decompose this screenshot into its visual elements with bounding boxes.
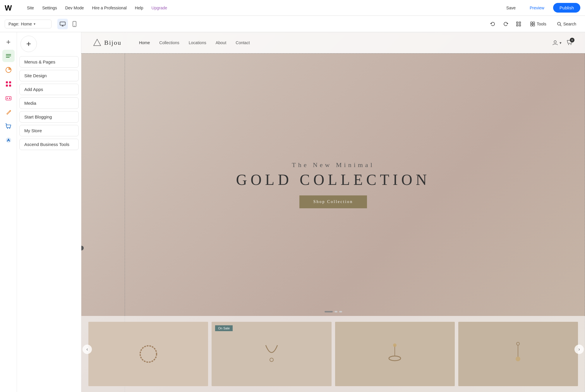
svg-point-5 [74, 25, 75, 26]
preview-nav-locations[interactable]: Locations [189, 40, 206, 45]
preview-button[interactable]: Preview [524, 4, 550, 12]
nav-dev-mode[interactable]: Dev Mode [62, 4, 88, 12]
pages-icon [5, 53, 12, 59]
svg-point-39 [517, 342, 519, 345]
ascend-icon [5, 137, 12, 143]
svg-point-31 [554, 41, 556, 43]
page-label: Page: [8, 22, 19, 26]
sidebar-store-button[interactable] [2, 120, 15, 132]
dot-inactive [334, 311, 337, 312]
search-label: Search [563, 22, 576, 26]
zoom-button[interactable] [513, 19, 524, 29]
zoom-icon [516, 21, 521, 27]
svg-rect-20 [6, 81, 8, 83]
tools-icon [530, 22, 535, 26]
svg-rect-8 [517, 25, 518, 26]
secondbar: Page: Home ▾ [0, 16, 585, 32]
preview-nav-home[interactable]: Home [139, 40, 150, 45]
nav-help[interactable]: Help [131, 4, 147, 12]
sidebar-apps-button[interactable] [2, 78, 15, 90]
media-icon [5, 95, 12, 101]
carousel-prev-button[interactable]: ‹ [83, 345, 92, 354]
product-card-3[interactable] [335, 322, 455, 386]
shop-collection-button[interactable]: Shop Collection [299, 195, 367, 208]
device-buttons [57, 19, 80, 29]
undo-icon [490, 21, 495, 27]
svg-rect-1 [60, 22, 65, 25]
svg-point-38 [393, 343, 397, 347]
svg-point-32 [568, 44, 569, 45]
site-design-item[interactable]: Site Design [19, 70, 79, 81]
sidebar-ascend-button[interactable] [2, 134, 15, 146]
svg-rect-7 [519, 22, 521, 23]
desktop-icon [60, 22, 66, 26]
store-icon [5, 123, 12, 129]
search-icon [557, 22, 562, 26]
media-item[interactable]: Media [19, 97, 79, 109]
redo-button[interactable] [500, 19, 511, 29]
preview-hero: The New Minimal GOLD COLLECTION Shop Col… [81, 32, 585, 316]
nav-settings[interactable]: Settings [39, 4, 61, 12]
add-icon: + [26, 39, 31, 49]
svg-rect-21 [9, 81, 11, 83]
redo-icon [503, 21, 508, 27]
user-icon[interactable]: ▾ [552, 39, 562, 46]
svg-point-41 [516, 357, 520, 361]
preview-nav-contact[interactable]: Contact [236, 40, 250, 45]
add-button[interactable]: + [20, 36, 37, 52]
topbar-nav: Site Settings Dev Mode Hire a Profession… [23, 4, 501, 12]
svg-point-28 [6, 137, 11, 143]
sidebar-media-button[interactable] [2, 92, 15, 104]
sidebar-design-button[interactable] [2, 64, 15, 76]
svg-rect-10 [531, 22, 532, 24]
nav-hire[interactable]: Hire a Professional [89, 4, 130, 12]
menus-pages-item[interactable]: Menus & Pages [19, 56, 79, 68]
svg-rect-9 [519, 25, 521, 26]
undo-button[interactable] [488, 19, 498, 29]
svg-rect-12 [531, 24, 532, 26]
nav-upgrade[interactable]: Upgrade [148, 4, 171, 12]
page-selector[interactable]: Page: Home ▾ [5, 20, 52, 28]
svg-rect-23 [9, 85, 11, 87]
desktop-view-button[interactable] [57, 19, 68, 29]
sidebar-blog-button[interactable] [2, 106, 15, 118]
my-store-item[interactable]: My Store [19, 125, 79, 136]
nav-site[interactable]: Site [23, 4, 37, 12]
earring-icon [514, 341, 522, 367]
logo-text: Bijou [104, 39, 121, 47]
left-panel: + Menus & Pages Site Design Add Apps Med… [17, 32, 81, 392]
product-card-2[interactable]: On Sale [212, 322, 331, 386]
add-apps-item[interactable]: Add Apps [19, 84, 79, 95]
main-layout: + [0, 32, 585, 392]
start-blogging-item[interactable]: Start Blogging [19, 111, 79, 123]
on-sale-badge: On Sale [215, 325, 233, 331]
ascend-item[interactable]: Ascend Business Tools [19, 139, 79, 150]
sidebar-pages-button[interactable] [2, 50, 15, 62]
product-card-1[interactable] [88, 322, 208, 386]
blog-icon [5, 109, 12, 115]
mobile-view-button[interactable] [69, 19, 80, 29]
svg-text:W: W [5, 4, 12, 12]
chevron-down-icon: ▾ [34, 22, 35, 26]
preview-nav: Home Collections Locations About Contact [139, 40, 250, 45]
page-name: Home [21, 22, 32, 26]
preview-nav-about[interactable]: About [216, 40, 227, 45]
prev-arrow-icon: ‹ [86, 347, 88, 352]
publish-button[interactable]: Publish [553, 3, 580, 13]
tools-label: Tools [537, 22, 546, 26]
product-card-4[interactable] [458, 322, 578, 386]
sidebar-icons: + [0, 32, 17, 392]
cart-icon[interactable]: 0 [566, 39, 573, 47]
canvas: Bijou Home Collections Locations About C… [81, 32, 585, 392]
logo-triangle-icon [93, 39, 101, 47]
svg-point-25 [7, 98, 8, 99]
carousel-next-button[interactable]: › [574, 345, 584, 354]
svg-point-35 [270, 358, 273, 362]
search-button[interactable]: Search [553, 20, 580, 28]
save-button[interactable]: Save [501, 4, 521, 12]
sidebar-add-button[interactable]: + [2, 36, 15, 48]
tools-button[interactable]: Tools [526, 20, 550, 28]
svg-point-26 [7, 128, 8, 129]
preview-nav-collections[interactable]: Collections [159, 40, 179, 45]
svg-line-15 [560, 25, 561, 26]
